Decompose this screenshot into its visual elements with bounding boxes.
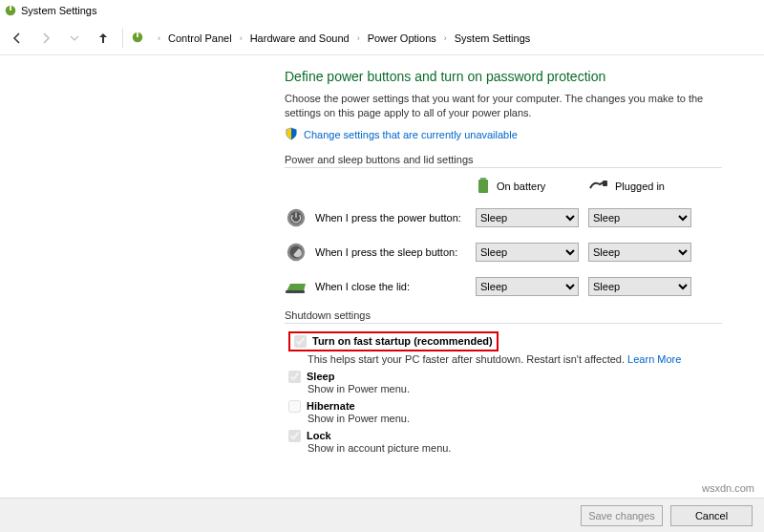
column-headers: On battery Plugged in: [285, 176, 722, 197]
save-changes-button[interactable]: Save changes: [581, 505, 663, 526]
breadcrumb-item[interactable]: Hardware and Sound: [250, 32, 350, 44]
lock-label: Lock: [307, 430, 331, 441]
shield-icon: [285, 127, 298, 142]
sleep-checkbox[interactable]: [288, 371, 301, 383]
page-description: Choose the power settings that you want …: [285, 92, 722, 121]
breadcrumb-item[interactable]: Power Options: [368, 32, 436, 44]
back-button[interactable]: [6, 27, 29, 50]
up-button[interactable]: [92, 27, 115, 50]
breadcrumb-item[interactable]: System Settings: [455, 32, 530, 44]
section-shutdown-title: Shutdown settings: [285, 309, 722, 324]
fast-startup-label: Turn on fast startup (recommended): [312, 335, 493, 347]
lock-sub: Show in account picture menu.: [288, 442, 722, 454]
content: Define power buttons and turn on passwor…: [0, 55, 764, 454]
chevron-right-icon: ›: [154, 33, 164, 43]
svg-rect-4: [480, 178, 486, 180]
chevron-right-icon: ›: [353, 33, 364, 43]
col-plugged-label: Plugged in: [615, 181, 665, 192]
sleep-button-battery-select[interactable]: Sleep: [476, 243, 579, 262]
power-button-row: When I press the power button: Sleep Sle…: [285, 206, 722, 229]
power-button-plugged-select[interactable]: Sleep: [588, 208, 691, 227]
sleep-button-row: When I press the sleep button: Sleep Sle…: [285, 241, 722, 264]
power-button-battery-select[interactable]: Sleep: [476, 208, 579, 227]
breadcrumb-root-icon: [131, 31, 144, 46]
fast-startup-checkbox[interactable]: [294, 335, 307, 348]
cancel-button[interactable]: Cancel: [670, 505, 753, 526]
fast-startup-highlight: Turn on fast startup (recommended): [288, 331, 499, 351]
sleep-button-icon: [285, 241, 308, 264]
sleep-sub: Show in Power menu.: [288, 383, 722, 394]
section-power-sleep-title: Power and sleep buttons and lid settings: [285, 154, 722, 168]
fast-startup-help: This helps start your PC faster after sh…: [308, 353, 627, 365]
watermark: wsxdn.com: [702, 482, 754, 494]
chevron-right-icon: ›: [440, 33, 451, 43]
lock-checkbox[interactable]: [288, 430, 301, 442]
forward-button[interactable]: [34, 27, 57, 50]
footer: Save changes Cancel: [0, 498, 764, 532]
col-battery-label: On battery: [497, 181, 545, 192]
row-label: When I close the lid:: [315, 281, 410, 292]
power-button-icon: [285, 206, 308, 229]
hibernate-sub: Show in Power menu.: [288, 413, 722, 424]
svg-rect-11: [286, 290, 305, 293]
navbar: › Control Panel › Hardware and Sound › P…: [0, 21, 764, 55]
separator: [122, 29, 123, 48]
close-lid-battery-select[interactable]: Sleep: [476, 277, 579, 296]
hibernate-checkbox[interactable]: [288, 400, 301, 413]
learn-more-link[interactable]: Learn More: [627, 353, 681, 365]
hibernate-label: Hibernate: [307, 400, 355, 412]
titlebar: System Settings: [0, 0, 764, 21]
svg-rect-6: [603, 181, 607, 186]
svg-rect-1: [10, 6, 11, 11]
shutdown-settings: Turn on fast startup (recommended) This …: [285, 331, 722, 454]
row-label: When I press the power button:: [315, 212, 461, 223]
svg-rect-5: [478, 180, 488, 193]
plug-icon: [588, 179, 609, 194]
battery-icon: [476, 176, 491, 197]
svg-rect-3: [137, 32, 138, 36]
change-settings-link[interactable]: Change settings that are currently unava…: [304, 129, 518, 140]
lid-icon: [285, 275, 308, 298]
row-label: When I press the sleep button:: [315, 246, 457, 258]
close-lid-row: When I close the lid: Sleep Sleep: [285, 275, 722, 298]
chevron-right-icon: ›: [236, 33, 246, 43]
sleep-button-plugged-select[interactable]: Sleep: [588, 243, 691, 262]
power-options-icon: [4, 4, 17, 17]
window-title: System Settings: [21, 5, 96, 16]
breadcrumb: › Control Panel › Hardware and Sound › P…: [150, 32, 530, 44]
recent-dropdown[interactable]: [63, 27, 86, 50]
sleep-label: Sleep: [307, 371, 334, 382]
breadcrumb-item[interactable]: Control Panel: [168, 32, 232, 44]
page-heading: Define power buttons and turn on passwor…: [285, 69, 722, 84]
close-lid-plugged-select[interactable]: Sleep: [588, 277, 691, 296]
